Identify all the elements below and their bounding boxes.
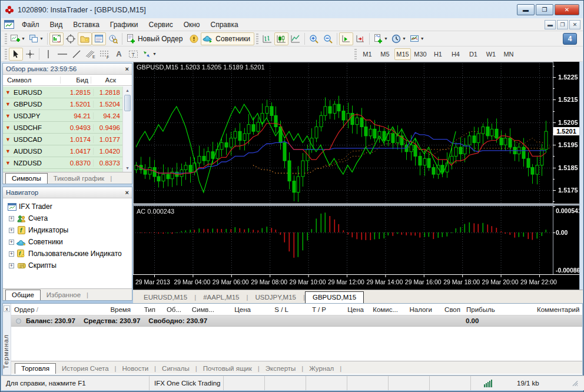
bar-chart-type-button[interactable] <box>260 32 274 45</box>
status-mode-text[interactable]: IFX One Click Trading <box>150 376 224 390</box>
menu-item-Сервис[interactable]: Сервис <box>144 19 178 31</box>
balance-row[interactable]: Баланс: 230.97 Средства: 230.97 Свободно… <box>11 315 582 327</box>
notifications-badge[interactable]: 4 <box>563 33 577 45</box>
market-watch-column-header[interactable]: Символ Бид Аск <box>3 75 132 86</box>
navigator-tab-active[interactable]: Общие <box>5 290 41 300</box>
chart-window[interactable]: GBPUSD,M15 1.5203 1.5205 1.5189 1.5201 A… <box>133 62 579 290</box>
chart-tab[interactable]: #AAPL,M15 <box>196 292 246 303</box>
timeframe-button-M15[interactable]: M15 <box>394 48 411 60</box>
navigator-root-item[interactable]: IFX Trader <box>5 201 132 212</box>
navigator-header[interactable]: Навигатор × <box>3 187 132 198</box>
chart-tab[interactable]: EURUSD,M15 <box>137 292 194 303</box>
tree-expand-icon[interactable]: + <box>9 251 14 257</box>
cursor-tool-button[interactable] <box>9 48 23 61</box>
terminal-tab[interactable]: Сигналы <box>156 364 195 374</box>
menu-item-Графики[interactable]: Графики <box>105 19 144 31</box>
timeframe-button-H4[interactable]: H4 <box>447 48 464 60</box>
title-bar[interactable]: 1020890: InstaTrader - [GBPUSD,M15] ▬ ❐ … <box>1 1 583 18</box>
terminal-column-0[interactable]: Ордер / <box>11 306 70 313</box>
scroll-up-icon[interactable]: ▲ <box>123 87 132 94</box>
expert-advisors-button[interactable]: Советники <box>201 32 254 45</box>
arrows-tool-button[interactable]: ▼ <box>140 48 158 61</box>
timeframe-button-M5[interactable]: M5 <box>377 48 393 60</box>
market-watch-row[interactable]: ▼GBPUSD1.52011.5204 <box>3 98 122 110</box>
horizontal-line-tool[interactable] <box>55 48 69 61</box>
profiles-button[interactable]: ▼ <box>27 32 45 45</box>
child-minimize-button[interactable]: ▬ <box>545 20 556 29</box>
new-chart-button[interactable]: ▼ <box>9 32 27 45</box>
price-chart-canvas[interactable] <box>133 62 579 290</box>
chart-tab[interactable]: USDJPY,M15 <box>248 292 303 303</box>
terminal-column-12[interactable]: Прибыль <box>463 306 534 313</box>
tree-expand-icon[interactable]: + <box>9 263 14 268</box>
market-watch-tab-active[interactable]: Символы <box>5 173 48 184</box>
alert-icon[interactable] <box>187 32 201 45</box>
terminal-column-13[interactable]: Комментарий <box>534 306 582 313</box>
terminal-tab[interactable]: Почтовый ящик <box>197 364 258 374</box>
auto-scroll-button[interactable] <box>339 32 353 45</box>
navigator-tab[interactable]: Избранное <box>41 290 87 300</box>
timeframe-button-M1[interactable]: M1 <box>359 48 376 60</box>
terminal-toggle[interactable] <box>92 32 106 45</box>
terminal-column-1[interactable]: Время <box>70 306 134 313</box>
data-window-button[interactable] <box>64 32 78 45</box>
market-watch-row[interactable]: ▼USDCAD1.01741.0177 <box>3 134 122 145</box>
market-watch-row[interactable]: ▼EURUSD1.28151.2818 <box>3 87 122 98</box>
navigator-toggle[interactable] <box>78 32 92 45</box>
column-bid[interactable]: Бид <box>61 77 91 84</box>
market-watch-tab[interactable]: Тиковый график <box>48 174 110 184</box>
menu-item-Файл[interactable]: Файл <box>16 19 45 31</box>
terminal-tab[interactable]: Новости <box>117 364 155 374</box>
toolbar-grip[interactable] <box>354 49 357 59</box>
zoom-out-button[interactable] <box>321 32 335 45</box>
menu-item-Вид[interactable]: Вид <box>45 19 68 31</box>
terminal-close-icon[interactable]: x <box>4 305 10 312</box>
trendline-tool[interactable] <box>69 48 84 61</box>
strategy-tester-button[interactable] <box>106 32 120 45</box>
market-watch-close-icon[interactable]: × <box>125 65 129 72</box>
child-close-button[interactable]: ✕ <box>569 20 580 29</box>
navigator-close-icon[interactable]: × <box>125 189 129 196</box>
terminal-column-2[interactable]: Тип <box>134 306 158 313</box>
maximize-button[interactable]: ❐ <box>536 4 553 15</box>
navigator-item-scripts[interactable]: +Скрипты <box>5 260 132 271</box>
menu-item-Окно[interactable]: Окно <box>178 19 205 31</box>
market-watch-row[interactable]: ▼NZDUSD0.83700.8373 <box>3 157 122 169</box>
market-watch-row[interactable]: ▼USDJPY94.2194.24 <box>3 110 122 122</box>
fibonacci-tool[interactable]: F <box>98 48 112 61</box>
market-watch-row[interactable]: ▼USDCHF0.94930.9496 <box>3 122 122 134</box>
chart-tab-active[interactable]: GBPUSD,M15 <box>305 291 364 303</box>
templates-button[interactable]: ▼ <box>408 32 426 45</box>
column-ask[interactable]: Аск <box>91 77 118 84</box>
terminal-column-10[interactable]: Налоги <box>401 306 435 313</box>
child-restore-button[interactable]: ❐ <box>557 20 568 29</box>
toolbar-grip[interactable] <box>5 49 7 59</box>
terminal-column-9[interactable]: Комис... <box>367 306 401 313</box>
menu-item-Вставка[interactable]: Вставка <box>68 19 105 31</box>
chart-shift-button[interactable] <box>353 32 367 45</box>
text-tool[interactable]: A <box>112 48 126 61</box>
terminal-column-5[interactable]: Цена <box>217 306 254 313</box>
minimize-button[interactable]: ▬ <box>517 4 535 15</box>
child-window-icon[interactable] <box>4 20 14 29</box>
tree-expand-icon[interactable]: + <box>9 228 14 233</box>
terminal-column-3[interactable]: Об... <box>158 306 184 313</box>
terminal-column-8[interactable]: Цена <box>329 306 367 313</box>
timeframe-button-D1[interactable]: D1 <box>465 48 482 60</box>
column-symbol[interactable]: Символ <box>3 77 61 84</box>
navigator-item-custom-indicators[interactable]: +fПользовательские Индикато <box>5 248 132 260</box>
line-chart-type-button[interactable] <box>288 32 303 45</box>
timeframe-button-M30[interactable]: M30 <box>412 48 429 60</box>
crosshair-tool-button[interactable] <box>23 48 37 61</box>
navigator-item-accounts[interactable]: +Счета <box>5 212 132 224</box>
text-label-tool[interactable]: T <box>126 48 140 61</box>
close-button[interactable]: ✕ <box>555 4 579 15</box>
navigator-item-indicators[interactable]: +fИндикаторы <box>5 224 132 236</box>
terminal-column-11[interactable]: Своп <box>435 306 463 313</box>
candlestick-type-button[interactable] <box>274 32 288 45</box>
timeframe-button-MN[interactable]: MN <box>500 48 517 60</box>
market-watch-toggle[interactable] <box>49 32 64 45</box>
terminal-column-7[interactable]: T / P <box>291 306 329 313</box>
menu-item-Справка[interactable]: Справка <box>205 19 244 31</box>
market-watch-row[interactable]: ▼AUDUSD1.04171.0420 <box>3 145 122 157</box>
